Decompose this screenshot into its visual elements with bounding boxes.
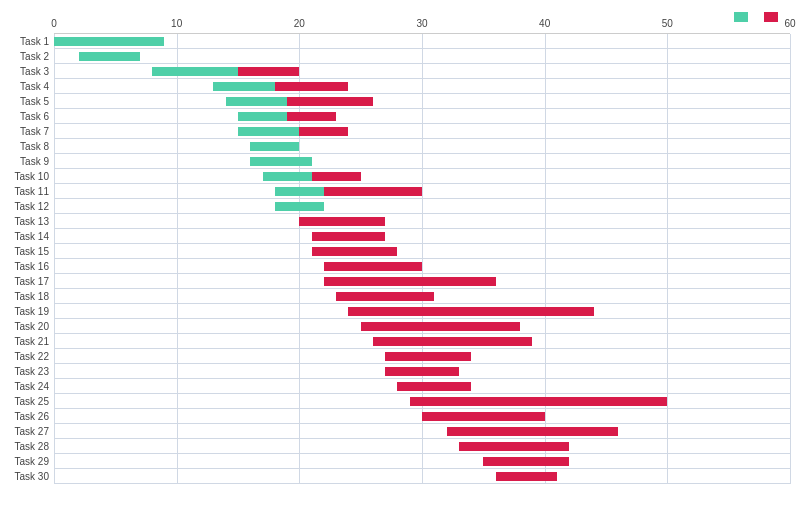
bar-row — [54, 214, 790, 229]
bar-row — [54, 424, 790, 439]
remaining-bar — [324, 262, 422, 271]
completed-bar — [275, 187, 324, 196]
y-label: Task 21 — [10, 334, 54, 349]
y-label: Task 13 — [10, 214, 54, 229]
y-label: Task 3 — [10, 64, 54, 79]
remaining-bar — [287, 112, 336, 121]
remaining-bar — [385, 367, 459, 376]
y-label: Task 5 — [10, 94, 54, 109]
bar-row — [54, 244, 790, 259]
y-label: Task 24 — [10, 379, 54, 394]
x-tick-label: 50 — [662, 18, 673, 29]
remaining-bar — [348, 307, 593, 316]
remaining-bar — [312, 172, 361, 181]
bar-row — [54, 259, 790, 274]
y-label: Task 14 — [10, 229, 54, 244]
completed-bar — [238, 112, 287, 121]
y-label: Task 8 — [10, 139, 54, 154]
y-label: Task 10 — [10, 169, 54, 184]
bar-row — [54, 379, 790, 394]
remaining-bar — [373, 337, 532, 346]
completed-bar — [213, 82, 274, 91]
y-label: Task 27 — [10, 424, 54, 439]
remaining-bar — [459, 442, 569, 451]
remaining-bar — [422, 412, 545, 421]
remaining-bar — [312, 247, 398, 256]
bar-row — [54, 319, 790, 334]
bar-row — [54, 139, 790, 154]
chart-container: Task 1Task 2Task 3Task 4Task 5Task 6Task… — [0, 0, 800, 523]
remaining-bar — [299, 217, 385, 226]
bar-row — [54, 469, 790, 484]
bar-row — [54, 199, 790, 214]
y-label: Task 25 — [10, 394, 54, 409]
y-label: Task 1 — [10, 34, 54, 49]
y-label: Task 16 — [10, 259, 54, 274]
bar-row — [54, 454, 790, 469]
bar-row — [54, 229, 790, 244]
grid-line — [790, 34, 791, 484]
completed-bar — [226, 97, 287, 106]
remaining-bar — [324, 277, 496, 286]
grid-and-bars — [54, 34, 790, 484]
y-label: Task 22 — [10, 349, 54, 364]
bar-row — [54, 169, 790, 184]
remaining-bar — [312, 232, 386, 241]
remaining-bar — [410, 397, 668, 406]
completed-bar — [250, 157, 311, 166]
y-label: Task 20 — [10, 319, 54, 334]
x-tick-label: 40 — [539, 18, 550, 29]
y-label: Task 11 — [10, 184, 54, 199]
y-label: Task 6 — [10, 109, 54, 124]
y-label: Task 26 — [10, 409, 54, 424]
y-label: Task 29 — [10, 454, 54, 469]
y-label: Task 9 — [10, 154, 54, 169]
x-tick-label: 10 — [171, 18, 182, 29]
y-label: Task 2 — [10, 49, 54, 64]
remaining-bar — [238, 67, 299, 76]
bar-row — [54, 154, 790, 169]
bar-row — [54, 334, 790, 349]
y-axis: Task 1Task 2Task 3Task 4Task 5Task 6Task… — [10, 16, 54, 484]
remaining-bar — [397, 382, 471, 391]
bar-row — [54, 64, 790, 79]
remaining-bar — [361, 322, 520, 331]
y-label: Task 19 — [10, 304, 54, 319]
x-axis-row: 0102030405060 — [54, 16, 790, 34]
remaining-bar — [496, 472, 557, 481]
plot-area: 0102030405060 — [54, 16, 790, 484]
bar-row — [54, 34, 790, 49]
completed-bar — [275, 202, 324, 211]
bar-row — [54, 49, 790, 64]
remaining-bar — [385, 352, 471, 361]
remaining-bar — [447, 427, 619, 436]
y-label: Task 7 — [10, 124, 54, 139]
bar-row — [54, 94, 790, 109]
completed-bar — [250, 142, 299, 151]
y-label: Task 4 — [10, 79, 54, 94]
bar-row — [54, 439, 790, 454]
bar-row — [54, 394, 790, 409]
bar-row — [54, 364, 790, 379]
remaining-bar — [483, 457, 569, 466]
remaining-bar — [336, 292, 434, 301]
remaining-bar — [324, 187, 422, 196]
completed-bar — [79, 52, 140, 61]
x-tick-label: 0 — [51, 18, 57, 29]
bar-row — [54, 124, 790, 139]
x-tick-label: 60 — [784, 18, 795, 29]
bar-row — [54, 304, 790, 319]
bar-row — [54, 409, 790, 424]
x-tick-label: 30 — [416, 18, 427, 29]
remaining-bar — [287, 97, 373, 106]
bar-row — [54, 184, 790, 199]
bar-row — [54, 274, 790, 289]
y-label: Task 12 — [10, 199, 54, 214]
completed-bar — [54, 37, 164, 46]
remaining-bar — [275, 82, 349, 91]
y-label: Task 18 — [10, 289, 54, 304]
completed-bar — [263, 172, 312, 181]
y-label: Task 15 — [10, 244, 54, 259]
y-label: Task 23 — [10, 364, 54, 379]
y-label: Task 30 — [10, 469, 54, 484]
